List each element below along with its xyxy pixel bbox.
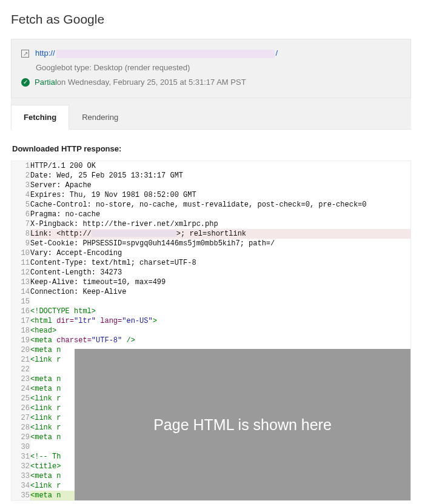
line-number: 23 [12, 374, 30, 384]
code-line: Connection: Keep-Alive [30, 287, 411, 297]
status-date: on Wednesday, February 25, 2015 at 5:31:… [57, 77, 246, 88]
line-number: 9 [12, 239, 30, 248]
line-number: 18 [12, 326, 30, 336]
line-number: 25 [12, 394, 30, 403]
external-link-icon [21, 50, 29, 58]
fetched-url-link[interactable]: http:/// [35, 48, 278, 59]
line-number: 12 [12, 268, 30, 277]
code-text: Link: <http:// [30, 230, 92, 238]
code-line: Link: <http://>; rel=shortlink [30, 229, 411, 239]
line-number: 19 [12, 336, 30, 345]
line-number: 20 [12, 345, 30, 355]
line-number: 5 [12, 200, 30, 210]
url-scheme: http:// [35, 48, 55, 58]
code-line: Expires: Thu, 19 Nov 1981 08:52:00 GMT [30, 190, 411, 200]
line-number: 27 [12, 413, 30, 423]
url-row: http:/// [21, 48, 401, 59]
line-number: 31 [12, 452, 30, 462]
checkmark-icon: ✓ [21, 78, 30, 87]
status-row: ✓ Partial on Wednesday, February 25, 201… [21, 77, 401, 88]
code-line: Date: Wed, 25 Feb 2015 13:31:17 GMT [30, 171, 411, 181]
code-line: <meta charset="UTF-8" /> [30, 336, 411, 345]
line-number: 32 [12, 462, 30, 471]
line-number: 33 [12, 471, 30, 481]
info-box: http:/// Googlebot type: Desktop (render… [11, 39, 411, 98]
line-number: 28 [12, 423, 30, 433]
line-number: 10 [12, 248, 30, 258]
code-line: <!DOCTYPE html> [30, 307, 411, 316]
line-number: 6 [12, 210, 30, 219]
googlebot-type: Googlebot type: Desktop (render requeste… [36, 62, 190, 73]
line-number: 2 [12, 171, 30, 181]
line-number: 11 [12, 258, 30, 268]
url-redacted [56, 50, 275, 58]
code-line: <html dir="ltr" lang="en-US"> [30, 316, 411, 326]
line-number: 30 [12, 442, 30, 452]
line-number: 1 [12, 161, 30, 171]
line-number: 35 [12, 491, 30, 500]
code-line: Vary: Accept-Encoding [30, 248, 411, 258]
line-number: 29 [12, 433, 30, 442]
line-number: 17 [12, 316, 30, 326]
url-trail: / [276, 48, 278, 58]
code-line [30, 297, 411, 307]
overlay-label: Page HTML is shown here [75, 349, 410, 500]
http-response-code: 1HTTP/1.1 200 OK 2Date: Wed, 25 Feb 2015… [11, 161, 411, 501]
code-line: Content-Type: text/html; charset=UTF-8 [30, 258, 411, 268]
tab-fetching[interactable]: Fetching [11, 105, 69, 130]
line-number: 22 [12, 365, 30, 374]
code-line: Pragma: no-cache [30, 210, 411, 219]
code-text: >; rel=shortlink [176, 230, 246, 238]
code-line: X-Pingback: http://the-river.net/xmlrpc.… [30, 219, 411, 229]
line-number: 3 [12, 181, 30, 190]
line-number: 21 [12, 355, 30, 365]
code-line: <head> [30, 326, 411, 336]
line-number: 26 [12, 403, 30, 413]
code-line: Set-Cookie: PHPSESSID=spvgq0uh1446ms5jm0… [30, 239, 411, 248]
code-line: Server: Apache [30, 181, 411, 190]
line-number: 8 [12, 229, 30, 239]
tabs: Fetching Rendering [11, 98, 411, 130]
page-title: Fetch as Google [11, 12, 411, 27]
line-number: 14 [12, 287, 30, 297]
code-line: HTTP/1.1 200 OK [30, 161, 411, 171]
code-line: Content-Length: 34273 [30, 268, 411, 277]
line-number: 24 [12, 384, 30, 394]
code-line: Cache-Control: no-store, no-cache, must-… [30, 200, 411, 210]
line-number: 13 [12, 277, 30, 287]
line-number: 34 [12, 481, 30, 491]
section-label: Downloaded HTTP response: [12, 144, 411, 153]
status-label: Partial [35, 77, 57, 88]
tab-rendering[interactable]: Rendering [69, 105, 131, 130]
line-number: 7 [12, 219, 30, 229]
code-redacted [92, 230, 176, 237]
line-number: 15 [12, 297, 30, 307]
line-number: 4 [12, 190, 30, 200]
code-line: Keep-Alive: timeout=10, max=499 [30, 277, 411, 287]
line-number: 16 [12, 307, 30, 316]
